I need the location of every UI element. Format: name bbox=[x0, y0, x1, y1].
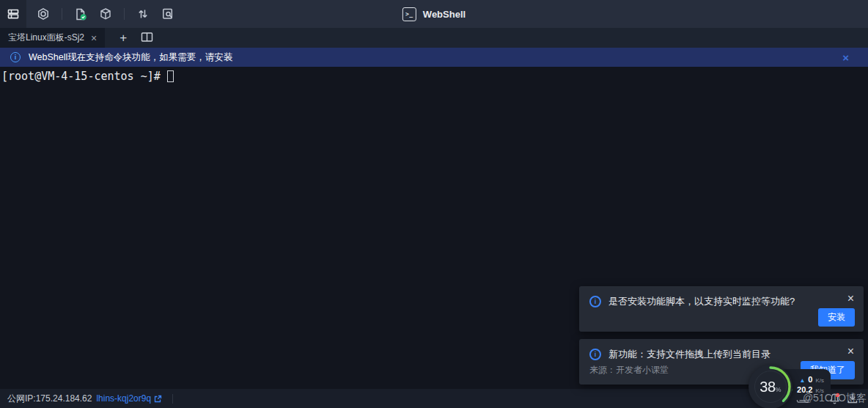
upload-speed-value: 0 bbox=[808, 375, 812, 384]
server-list-icon bbox=[7, 7, 20, 21]
info-icon: i bbox=[10, 52, 21, 62]
toolbar-buttons bbox=[0, 0, 180, 28]
gauge-percent-value: 38 bbox=[760, 379, 775, 396]
app-title-label: WebShell bbox=[423, 9, 466, 20]
split-columns-icon bbox=[141, 32, 153, 45]
toast-close-icon[interactable]: × bbox=[847, 346, 854, 357]
terminal-cursor bbox=[167, 70, 174, 82]
upload-speed-unit: K/s bbox=[815, 377, 824, 384]
toast-source-label: 来源：开发者小课堂 bbox=[589, 364, 669, 376]
toolbar-divider bbox=[62, 8, 62, 20]
package-button[interactable] bbox=[93, 0, 118, 28]
webshell-terminal-icon: >_ bbox=[402, 7, 416, 21]
file-search-icon bbox=[161, 7, 174, 21]
toast-close-icon[interactable]: × bbox=[847, 293, 854, 305]
toast-install-script: i 是否安装功能脚本，以支持实时监控等功能? × 安装 bbox=[579, 286, 864, 332]
package-icon bbox=[99, 7, 112, 21]
download-speed-value: 20.2 bbox=[797, 385, 812, 394]
upload-arrow-icon: ▲ bbox=[799, 378, 805, 384]
info-icon: i bbox=[589, 296, 601, 307]
toolbar-divider bbox=[124, 8, 125, 20]
notice-banner: i WebShell现在支持命令块功能，如果需要，请安装 × bbox=[0, 48, 868, 67]
server-list-button[interactable] bbox=[0, 0, 26, 28]
tab-close-icon[interactable]: × bbox=[91, 33, 97, 43]
terminal-prompt: [root@VM-4-15-centos ~]# bbox=[1, 70, 167, 83]
resource-gauge[interactable]: 38 % bbox=[748, 364, 793, 408]
banner-close-icon[interactable]: × bbox=[842, 52, 849, 63]
info-icon: i bbox=[589, 349, 601, 360]
install-button[interactable]: 安装 bbox=[818, 308, 855, 327]
transfer-button[interactable] bbox=[130, 0, 155, 28]
top-toolbar: >_ WebShell bbox=[0, 0, 868, 28]
toast-message: 新功能：支持文件拖拽上传到当前目录 bbox=[608, 348, 770, 361]
status-bar: 公网IP:175.24.184.62 lhins-kqj2or9q bbox=[0, 389, 868, 408]
tab-baota-panel[interactable]: 宝塔Linux面板-sSj2 × bbox=[0, 28, 105, 48]
gauge-percent-unit: % bbox=[776, 386, 781, 393]
banner-message: WebShell现在支持命令块功能，如果需要，请安装 bbox=[29, 51, 232, 64]
toast-header: i 新功能：支持文件拖拽上传到当前目录 bbox=[589, 348, 853, 361]
gauge-label: 38 % bbox=[748, 364, 793, 408]
settings-button[interactable] bbox=[31, 0, 56, 28]
tab-bar: 宝塔Linux面板-sSj2 × + bbox=[0, 28, 868, 48]
file-check-icon bbox=[74, 7, 88, 21]
script-file-button[interactable] bbox=[68, 0, 93, 28]
instance-link[interactable]: lhins-kqj2or9q bbox=[96, 393, 151, 404]
download-speed-unit: K/s bbox=[815, 387, 824, 394]
public-ip-label: 公网IP:175.24.184.62 bbox=[7, 393, 92, 405]
settings-gear-icon bbox=[37, 7, 50, 21]
split-pane-button[interactable] bbox=[136, 28, 158, 48]
status-divider bbox=[172, 394, 173, 404]
app-title: >_ WebShell bbox=[402, 0, 466, 28]
webshell-screen: >_ WebShell 宝塔Linux面板-sSj2 × + i WebShel… bbox=[0, 0, 868, 408]
toast-header: i 是否安装功能脚本，以支持实时监控等功能? bbox=[589, 295, 853, 308]
file-search-button[interactable] bbox=[155, 0, 180, 28]
tab-label: 宝塔Linux面板-sSj2 bbox=[8, 32, 84, 44]
sort-arrows-icon bbox=[136, 7, 150, 21]
add-tab-button[interactable]: + bbox=[111, 28, 136, 48]
external-link-icon[interactable] bbox=[154, 395, 162, 403]
toast-message: 是否安装功能脚本，以支持实时监控等功能? bbox=[608, 295, 795, 308]
download-icon[interactable] bbox=[847, 393, 858, 407]
